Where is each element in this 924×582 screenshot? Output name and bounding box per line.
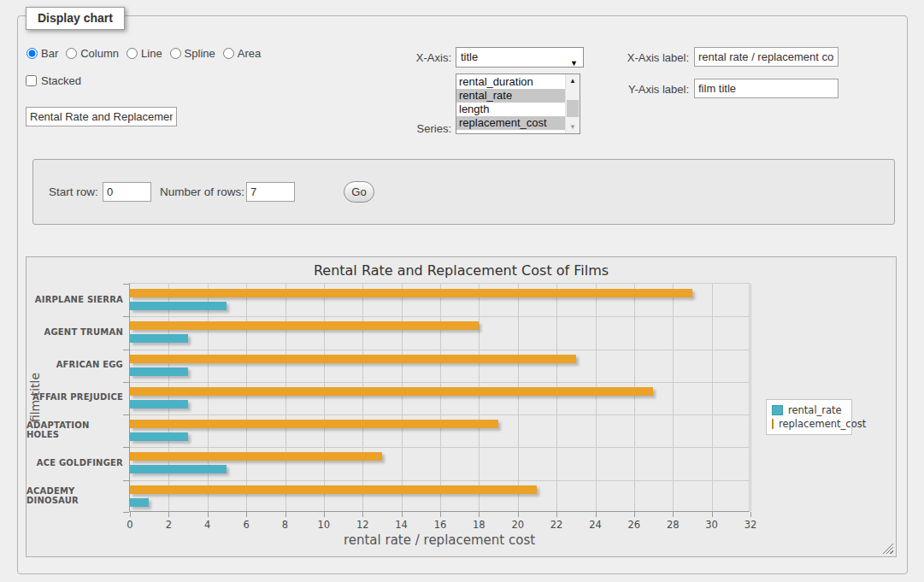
legend-swatch-replacement_cost (772, 419, 774, 429)
gridline-vertical (285, 284, 286, 511)
chart-type-option-column[interactable]: Column (66, 47, 119, 60)
bar-replacement_cost (130, 355, 576, 363)
go-button[interactable]: Go (344, 181, 374, 203)
start-row-input[interactable] (103, 182, 151, 202)
radio-bar[interactable] (26, 48, 38, 59)
chart-type-option-line[interactable]: Line (127, 47, 162, 60)
x-tick-label: 26 (628, 519, 641, 531)
x-tick-label: 2 (166, 519, 172, 531)
number-of-rows-label: Number of rows: (160, 185, 244, 198)
scroll-down-icon[interactable]: ▼ (566, 121, 580, 133)
category-label: AFRICAN EGG (26, 349, 123, 381)
bar-replacement_cost (130, 485, 537, 494)
x-tick-mark (518, 512, 519, 517)
legend-item: rental_rate (772, 403, 846, 417)
series-option-rental_duration[interactable]: rental_duration (456, 75, 565, 89)
page: Display chart BarColumnLineSplineArea St… (0, 0, 924, 582)
gridline-vertical (440, 284, 441, 511)
radio-line[interactable] (127, 48, 138, 59)
bar-rental_rate (130, 498, 149, 507)
bar-replacement_cost (130, 387, 653, 396)
legend-label: rental_rate (788, 404, 842, 416)
x-tick-mark (634, 512, 635, 517)
x-tick-mark (168, 512, 169, 517)
x-axis-label-input[interactable] (694, 47, 839, 67)
y-tick-mark (123, 350, 129, 350)
gridline-horizontal (130, 350, 749, 350)
bar-rental_rate (130, 432, 188, 441)
stacked-label[interactable]: Stacked (26, 74, 81, 87)
series-listbox[interactable]: rental_durationrental_ratelengthreplacem… (456, 73, 580, 134)
gridline-vertical (208, 284, 209, 511)
x-tick-label: 24 (589, 519, 602, 531)
chart-type-option-bar[interactable]: Bar (26, 47, 58, 60)
x-tick-mark (362, 512, 363, 517)
y-tick-mark (123, 447, 129, 448)
legend-label: replacement_cost (779, 418, 866, 430)
gridline-vertical (479, 284, 480, 511)
radio-column[interactable] (66, 48, 77, 59)
x-tick-label: 12 (356, 519, 369, 531)
stacked-row: Stacked (26, 74, 81, 87)
series-option-replacement_cost[interactable]: replacement_cost (456, 116, 565, 130)
x-tick-mark (130, 512, 131, 517)
listbox-scrollbar[interactable]: ▲ ▼ (565, 74, 580, 133)
x-tick-label: 28 (667, 519, 680, 531)
gridline-horizontal (130, 382, 749, 383)
x-tick-mark (246, 512, 247, 517)
gridline-vertical (634, 284, 635, 511)
category-label: ACADEMY DINOSAUR (26, 479, 123, 512)
radio-area[interactable] (223, 48, 234, 59)
chart-type-option-spline[interactable]: Spline (170, 47, 215, 60)
bar-replacement_cost (130, 420, 498, 428)
y-tick-mark (123, 512, 129, 513)
x-tick-label: 18 (473, 519, 486, 531)
x-tick-mark (750, 512, 751, 517)
number-of-rows-input[interactable] (246, 182, 295, 202)
y-tick-mark (123, 382, 129, 383)
scrollbar-thumb[interactable] (567, 100, 579, 117)
gridline-vertical (168, 284, 169, 511)
bar-replacement_cost (130, 321, 479, 330)
x-axis-title: rental rate / replacement cost (129, 532, 750, 548)
category-label: AGENT TRUMAN (26, 315, 123, 348)
chart-type-option-area[interactable]: Area (223, 47, 261, 60)
gridline-vertical (402, 284, 403, 511)
x-tick-label: 14 (395, 519, 408, 531)
x-tick-mark (556, 512, 557, 517)
x-tick-mark (673, 512, 674, 517)
x-axis-select[interactable]: title ▼ (456, 47, 584, 68)
bar-rental_rate (130, 367, 188, 376)
scroll-up-icon[interactable]: ▲ (566, 74, 580, 87)
x-tick-label: 4 (204, 519, 210, 531)
y-axis-label-input[interactable] (694, 79, 839, 98)
x-tick-label: 20 (511, 519, 524, 531)
x-tick-mark (208, 512, 209, 517)
gridline-horizontal (130, 480, 749, 481)
chart-title: Rental Rate and Replacement Cost of Film… (26, 262, 896, 279)
gridline-vertical (362, 284, 363, 511)
x-tick-mark (712, 512, 713, 517)
x-tick-label: 16 (434, 519, 447, 531)
x-tick-label: 10 (318, 519, 331, 531)
display-chart-legend: Display chart (26, 7, 125, 30)
bar-replacement_cost (130, 289, 692, 297)
stacked-checkbox[interactable] (26, 75, 37, 86)
category-label: ADAPTATION HOLES (26, 414, 123, 446)
radio-spline[interactable] (170, 48, 181, 59)
x-tick-label: 6 (243, 519, 249, 531)
series-option-rental_rate[interactable]: rental_rate (456, 89, 565, 103)
x-tick-label: 22 (550, 519, 563, 531)
chart-title-input[interactable] (26, 107, 177, 126)
y-tick-mark (123, 414, 129, 415)
series-options: rental_durationrental_ratelengthreplacem… (456, 75, 565, 130)
resize-handle-icon[interactable] (882, 543, 893, 554)
series-option-length[interactable]: length (456, 103, 565, 116)
x-tick-mark (402, 512, 403, 517)
chart-legend: rental_ratereplacement_cost (766, 399, 852, 435)
bar-rental_rate (130, 400, 188, 409)
gridline-vertical (750, 284, 751, 511)
x-axis-select-label: X-Axis: (397, 51, 451, 64)
chart-panel: Rental Rate and Replacement Cost of Film… (26, 256, 897, 557)
y-axis-category-labels: AIRPLANE SIERRAAGENT TRUMANAFRICAN EGGAF… (26, 283, 123, 512)
